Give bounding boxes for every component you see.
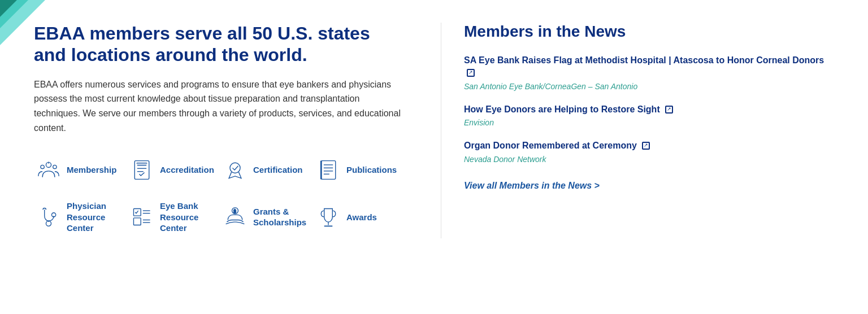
publications-icon xyxy=(316,158,341,182)
certification-icon xyxy=(223,158,248,182)
news-item-3[interactable]: Organ Donor Remembered at Ceremony Nevad… xyxy=(464,139,834,163)
svg-point-1 xyxy=(41,165,44,169)
external-link-icon-1 xyxy=(467,69,475,77)
news-item-1[interactable]: SA Eye Bank Raises Flag at Methodist Hos… xyxy=(464,54,834,91)
physician-label: Physician Resource Center xyxy=(67,200,125,234)
service-item-publications[interactable]: Publications xyxy=(314,153,407,187)
service-item-accreditation[interactable]: Accreditation xyxy=(127,153,220,187)
news-title-3[interactable]: Organ Donor Remembered at Ceremony xyxy=(464,139,834,152)
eyebank-icon xyxy=(129,204,154,229)
news-source-1: San Antonio Eye Bank/CorneaGen – San Ant… xyxy=(464,82,834,91)
news-heading: Members in the News xyxy=(464,23,834,41)
membership-label: Membership xyxy=(67,164,116,176)
external-link-icon-3 xyxy=(642,142,650,150)
eyebank-label: Eye Bank Resource Center xyxy=(160,200,218,234)
physician-icon xyxy=(36,204,61,229)
description-text: EBAA offers numerous services and progra… xyxy=(34,77,407,135)
service-item-awards[interactable]: Awards xyxy=(314,196,407,238)
grants-icon: $ xyxy=(223,204,248,229)
services-grid: Membership Accreditation xyxy=(34,153,407,238)
certification-label: Certification xyxy=(253,164,303,176)
news-source-3: Nevada Donor Network xyxy=(464,155,834,164)
news-title-2[interactable]: How Eye Donors are Helping to Restore Si… xyxy=(464,103,834,116)
publications-label: Publications xyxy=(346,164,397,176)
svg-rect-10 xyxy=(321,161,335,180)
svg-rect-8 xyxy=(137,163,147,164)
left-panel: EBAA members serve all 50 U.S. states an… xyxy=(34,23,441,238)
main-heading: EBAA members serve all 50 U.S. states an… xyxy=(34,23,407,66)
service-item-physician[interactable]: Physician Resource Center xyxy=(34,196,127,238)
service-item-eyebank[interactable]: Eye Bank Resource Center xyxy=(127,196,220,238)
svg-rect-21 xyxy=(133,218,141,225)
service-item-membership[interactable]: Membership xyxy=(34,153,127,187)
service-item-grants[interactable]: $ Grants & Scholarships xyxy=(220,196,314,238)
awards-icon xyxy=(316,204,341,229)
service-item-certification[interactable]: Certification xyxy=(220,153,314,187)
accreditation-icon xyxy=(129,158,154,182)
right-panel: Members in the News SA Eye Bank Raises F… xyxy=(441,23,834,238)
view-all-link[interactable]: View all Members in the News > xyxy=(464,181,600,191)
awards-label: Awards xyxy=(346,212,377,223)
grants-label: Grants & Scholarships xyxy=(253,206,311,228)
external-link-icon-2 xyxy=(665,106,673,114)
membership-icon xyxy=(36,158,61,182)
accreditation-label: Accreditation xyxy=(160,164,214,176)
svg-text:$: $ xyxy=(233,209,236,214)
news-item-2[interactable]: How Eye Donors are Helping to Restore Si… xyxy=(464,103,834,127)
news-title-1[interactable]: SA Eye Bank Raises Flag at Methodist Hos… xyxy=(464,54,834,80)
svg-point-9 xyxy=(230,163,240,173)
svg-point-2 xyxy=(53,165,57,169)
news-source-2: Envision xyxy=(464,118,834,127)
